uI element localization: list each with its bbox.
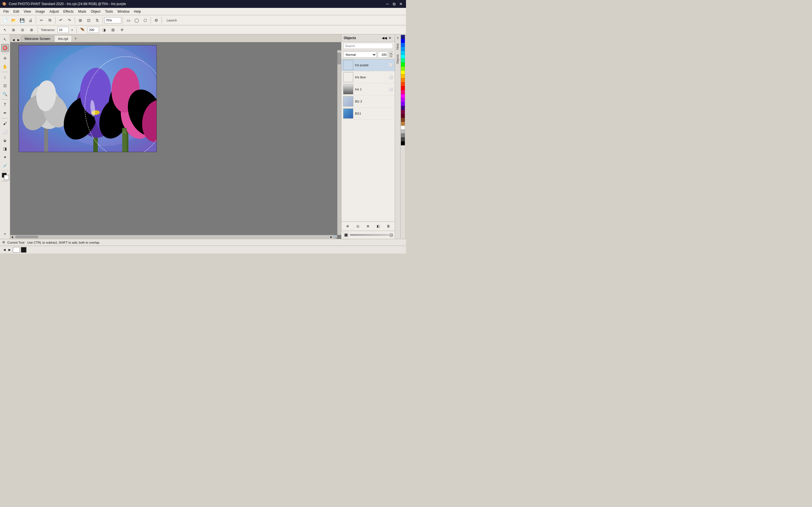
menu-mask[interactable]: Mask [76,9,89,14]
undo-button[interactable]: ↶ [57,16,65,24]
copy-button[interactable]: ⧉ [46,16,54,24]
pen-tool[interactable]: ✒ [1,109,9,117]
text-tool[interactable]: T [1,101,9,108]
clip-button[interactable]: ◧ [374,223,382,230]
color-dark-blue[interactable] [401,35,405,39]
color-light-gray[interactable] [401,129,405,133]
opacity-down[interactable]: ▼ [389,55,393,58]
color-black[interactable] [401,142,405,145]
menu-effects[interactable]: Effects [61,9,76,14]
select-tool[interactable]: ↖ [1,36,9,43]
tab-iris[interactable]: Iris.cpt [54,35,71,42]
new-lens-button[interactable]: ◎ [354,223,362,230]
hscroll-thumb[interactable] [15,236,38,238]
eyedropper-tool[interactable]: 💉 [1,162,9,170]
bottom-prev[interactable]: ◀ [2,247,7,252]
sub-selection[interactable]: ⊖ [18,26,27,34]
add-selection[interactable]: ⊕ [10,26,17,34]
color-white[interactable] [401,126,405,129]
invert-selection[interactable]: ⊗ [28,26,36,34]
layer-iris-blue[interactable]: Iris blue ⬜ [342,71,395,83]
menu-tools[interactable]: Tools [103,9,115,14]
menu-window[interactable]: Window [115,9,132,14]
add-btn3[interactable]: ✛ [118,26,126,34]
hscroll-left[interactable]: ◀ [10,235,14,239]
effects-tool[interactable]: ✦ [1,153,9,161]
color-dark-gray[interactable] [401,137,405,142]
opacity-up[interactable]: ▲ [389,52,393,55]
color-orange[interactable] [401,78,405,82]
crop-tool[interactable]: ⊡ [1,82,9,90]
new-object-button[interactable]: ⊕ [344,223,352,230]
zoom-fit-btn[interactable]: 🔍 [333,235,337,239]
layer-iris-1[interactable]: Iris 1 ⬜ [342,83,395,96]
hscroll-right[interactable]: ▶ [329,235,333,239]
side-tab-objects[interactable]: Objects [396,52,400,66]
menu-help[interactable]: Help [132,9,143,14]
color-purple[interactable] [401,102,405,106]
blend-mode-select[interactable]: Normal Multiply Screen Overlay Darken Li… [343,52,377,58]
settings-button[interactable]: ⚙ [152,16,160,24]
opacity-input[interactable] [378,52,388,58]
layer-visibility-iris-1[interactable]: ⬜ [389,87,393,91]
smart-fill-icon[interactable]: ◑ [100,26,108,34]
zoom-input[interactable]: 75% [104,17,121,23]
add-layer-btn[interactable]: + [1,230,9,238]
color-dark-red[interactable] [401,114,405,118]
color-burgundy[interactable] [401,110,405,114]
color-swatch[interactable] [1,172,9,180]
brush-preview[interactable] [13,247,20,252]
feather-icon[interactable]: 🪶 [79,26,87,34]
color-yellow-green[interactable] [401,66,405,70]
color-orange-yellow[interactable] [401,74,405,78]
layer-bg2[interactable]: BG 2 [342,96,395,108]
layer-visibility-iris-purple[interactable]: ⬜ [389,63,393,67]
color-cyan-blue[interactable] [401,51,405,55]
hand-tool[interactable]: ✋ [1,63,9,71]
minimize-button[interactable]: ─ [385,1,390,7]
color-preview[interactable] [21,247,27,252]
side-tab-hints[interactable]: Hints [396,41,400,52]
opacity-slider[interactable] [350,234,393,236]
tab-next[interactable]: ▶ [16,38,21,42]
horizontal-scrollbar[interactable]: ◀ ▶ 🔍 [10,235,337,239]
paint-tool[interactable]: 🖌 [1,119,9,127]
menu-image[interactable]: Image [33,9,47,14]
delete-object-button[interactable]: 🗑 [385,223,393,230]
tolerance-input[interactable] [57,27,69,33]
save-button[interactable]: 💾 [18,16,26,24]
print-button[interactable]: 🖨 [27,16,35,24]
color-brown[interactable] [401,118,405,122]
redo-button[interactable]: ↷ [65,16,73,24]
panel-expand-btn[interactable]: ◀◀ [382,36,387,41]
color-red-orange[interactable] [401,82,405,86]
crop-button[interactable]: ⊡ [85,16,93,24]
move-tool[interactable]: ✛ [1,54,9,62]
close-button[interactable]: ✕ [398,1,404,7]
color-cyan[interactable] [401,55,405,59]
feather-input[interactable] [88,27,99,33]
cut-button[interactable]: ✂ [38,16,45,24]
zoom-tool[interactable]: 🔍 [1,90,9,98]
hints-question-btn[interactable]: ? [395,36,401,41]
menu-object[interactable]: Object [89,9,103,14]
layer-visibility-iris-blue[interactable]: ⬜ [389,75,393,79]
vertical-scrollbar[interactable] [337,50,341,235]
add-btn2[interactable]: ⊞ [109,26,117,34]
panel-close-btn[interactable]: ✕ [388,36,393,41]
tolerance-spinner-up[interactable]: ▲ [70,26,74,34]
merge-button[interactable]: ⊗ [364,223,372,230]
layer-iris-purple[interactable]: Iris purple ⬜ [342,59,395,71]
fill-tool[interactable]: ⬙ [1,136,9,144]
color-spring-green[interactable] [401,59,405,62]
color-sky-blue[interactable] [401,47,405,51]
mask-lasso-button[interactable]: ⬡ [141,16,149,24]
menu-view[interactable]: View [21,9,33,14]
color-tan[interactable] [401,122,405,126]
mask-rect-button[interactable]: ▭ [124,16,132,24]
color-pink[interactable] [401,90,405,94]
tab-prev[interactable]: ◀ [11,38,16,42]
magic-wand-tool[interactable]: ⭕ [1,44,9,52]
tab-add-button[interactable]: + [72,35,79,42]
eraser-tool[interactable]: ⬜ [1,128,9,136]
